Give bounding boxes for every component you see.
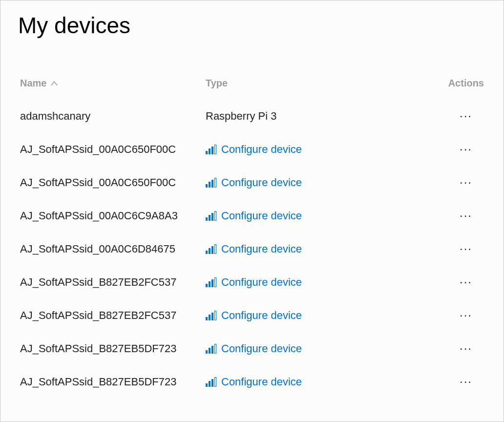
device-name: AJ_SoftAPSsid_B827EB2FC537 [20, 276, 176, 289]
actions-cell: ··· [425, 143, 484, 156]
table-row: AJ_SoftAPSsid_B827EB2FC537Configure devi… [20, 299, 484, 332]
column-header-type[interactable]: Type [206, 78, 425, 89]
configure-device-link[interactable]: Configure device [206, 376, 302, 388]
device-name: AJ_SoftAPSsid_00A0C650F00C [20, 143, 176, 156]
device-name-cell: adamshcanary [20, 110, 206, 123]
table-header-row: Name Type Actions [20, 73, 484, 100]
signal-bars-icon [206, 178, 216, 188]
signal-bars-icon [206, 277, 216, 287]
configure-device-label: Configure device [221, 376, 302, 388]
more-actions-icon[interactable]: ··· [460, 243, 472, 254]
device-type-cell: Configure device [206, 342, 425, 355]
configure-device-label: Configure device [221, 309, 302, 322]
device-type-cell: Configure device [206, 176, 425, 189]
more-actions-icon[interactable]: ··· [460, 376, 472, 387]
signal-bars-icon [206, 311, 216, 320]
device-type-cell: Configure device [206, 276, 425, 289]
more-actions-icon[interactable]: ··· [460, 309, 472, 321]
column-header-actions: Actions [425, 78, 484, 89]
devices-table: Name Type Actions adamshcanaryRaspberry … [0, 43, 504, 399]
device-name: AJ_SoftAPSsid_B827EB5DF723 [20, 376, 176, 388]
device-type-cell: Configure device [206, 210, 425, 222]
signal-bars-icon [206, 145, 216, 154]
actions-cell: ··· [425, 176, 484, 189]
sort-ascending-icon [50, 81, 58, 86]
table-row: AJ_SoftAPSsid_B827EB5DF723Configure devi… [20, 365, 484, 399]
device-type: Raspberry Pi 3 [206, 110, 277, 123]
more-actions-icon[interactable]: ··· [460, 276, 472, 288]
device-name-cell: AJ_SoftAPSsid_B827EB5DF723 [20, 376, 206, 388]
signal-bars-icon [206, 344, 216, 354]
signal-bars-icon [206, 244, 216, 254]
page-title: My devices [0, 0, 504, 43]
more-actions-icon[interactable]: ··· [460, 210, 472, 221]
table-row: AJ_SoftAPSsid_00A0C6C9A8A3Configure devi… [20, 199, 484, 232]
actions-cell: ··· [425, 342, 484, 355]
configure-device-link[interactable]: Configure device [206, 243, 302, 255]
actions-cell: ··· [425, 309, 484, 322]
signal-bars-icon [206, 211, 216, 221]
column-name-label: Name [20, 78, 46, 89]
table-row: AJ_SoftAPSsid_B827EB5DF723Configure devi… [20, 332, 484, 365]
more-actions-icon[interactable]: ··· [460, 342, 472, 354]
device-name: AJ_SoftAPSsid_00A0C6C9A8A3 [20, 210, 178, 222]
actions-cell: ··· [425, 210, 484, 222]
device-name-cell: AJ_SoftAPSsid_00A0C6C9A8A3 [20, 210, 206, 222]
actions-cell: ··· [425, 110, 484, 123]
device-type-cell: Raspberry Pi 3 [206, 110, 425, 123]
table-row: adamshcanaryRaspberry Pi 3··· [20, 100, 484, 133]
table-row: AJ_SoftAPSsid_00A0C650F00CConfigure devi… [20, 133, 484, 166]
device-type-cell: Configure device [206, 376, 425, 388]
configure-device-label: Configure device [221, 342, 302, 355]
device-type-cell: Configure device [206, 143, 425, 156]
configure-device-label: Configure device [221, 276, 302, 289]
actions-cell: ··· [425, 276, 484, 289]
table-row: AJ_SoftAPSsid_00A0C6D84675Configure devi… [20, 232, 484, 266]
configure-device-link[interactable]: Configure device [206, 276, 302, 289]
device-type-cell: Configure device [206, 243, 425, 255]
device-name: AJ_SoftAPSsid_B827EB2FC537 [20, 309, 176, 322]
more-actions-icon[interactable]: ··· [460, 110, 472, 122]
configure-device-label: Configure device [221, 176, 302, 189]
actions-cell: ··· [425, 243, 484, 255]
signal-bars-icon [206, 377, 216, 387]
device-name-cell: AJ_SoftAPSsid_00A0C650F00C [20, 176, 206, 189]
table-row: AJ_SoftAPSsid_B827EB2FC537Configure devi… [20, 266, 484, 299]
device-name: AJ_SoftAPSsid_B827EB5DF723 [20, 342, 176, 355]
configure-device-label: Configure device [221, 243, 302, 255]
device-name-cell: AJ_SoftAPSsid_00A0C650F00C [20, 143, 206, 156]
more-actions-icon[interactable]: ··· [460, 143, 472, 155]
device-name-cell: AJ_SoftAPSsid_B827EB2FC537 [20, 276, 206, 289]
configure-device-label: Configure device [221, 210, 302, 222]
column-type-label: Type [206, 78, 228, 89]
configure-device-link[interactable]: Configure device [206, 309, 302, 322]
device-name: adamshcanary [20, 110, 90, 123]
configure-device-link[interactable]: Configure device [206, 210, 302, 222]
device-name-cell: AJ_SoftAPSsid_00A0C6D84675 [20, 243, 206, 255]
device-name-cell: AJ_SoftAPSsid_B827EB5DF723 [20, 342, 206, 355]
column-actions-label: Actions [448, 78, 484, 88]
configure-device-link[interactable]: Configure device [206, 176, 302, 189]
configure-device-link[interactable]: Configure device [206, 143, 302, 156]
more-actions-icon[interactable]: ··· [460, 176, 472, 188]
device-name: AJ_SoftAPSsid_00A0C650F00C [20, 176, 176, 189]
table-row: AJ_SoftAPSsid_00A0C650F00CConfigure devi… [20, 166, 484, 199]
configure-device-label: Configure device [221, 143, 302, 156]
device-name: AJ_SoftAPSsid_00A0C6D84675 [20, 243, 175, 255]
actions-cell: ··· [425, 376, 484, 388]
column-header-name[interactable]: Name [20, 78, 206, 89]
configure-device-link[interactable]: Configure device [206, 342, 302, 355]
device-type-cell: Configure device [206, 309, 425, 322]
device-name-cell: AJ_SoftAPSsid_B827EB2FC537 [20, 309, 206, 322]
